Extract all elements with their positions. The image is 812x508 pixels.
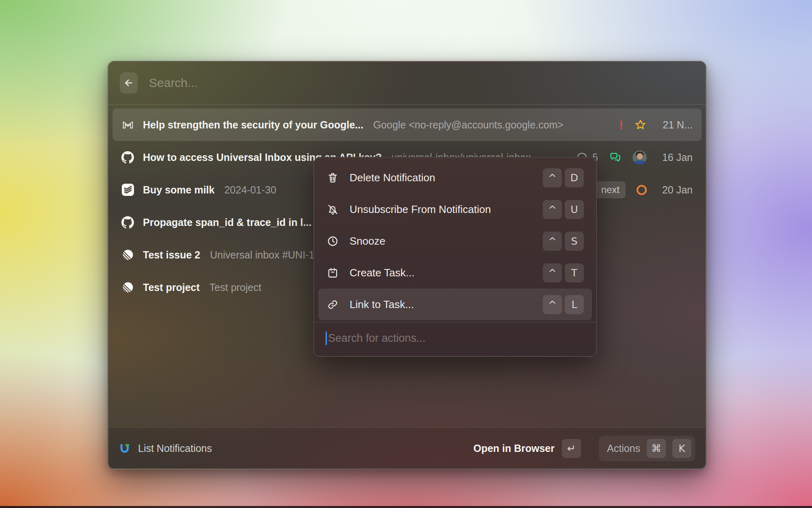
item-subtitle: Google <no-reply@accounts.google.com>	[373, 119, 564, 131]
link-icon	[326, 298, 339, 311]
item-accessories: ! 21 N...	[619, 118, 693, 132]
actions-button[interactable]: Actions ⌘ K	[599, 436, 695, 461]
letter-keycap: D	[565, 168, 584, 187]
letter-keycap: L	[565, 295, 584, 314]
github-icon	[121, 216, 134, 229]
letter-keycap: U	[565, 200, 584, 219]
item-subtitle: 2024-01-30	[224, 184, 276, 196]
ctrl-keycap: ^	[543, 200, 562, 219]
avatar	[633, 150, 647, 165]
desktop-wallpaper: { "window": { "search_placeholder": "Sea…	[0, 0, 812, 508]
k-keycap: K	[672, 439, 691, 458]
text-cursor	[326, 332, 327, 345]
menu-item-link-to-task[interactable]: Link to Task... ^ L	[318, 289, 592, 320]
primary-action-button[interactable]: Open in Browser	[473, 443, 555, 454]
menu-item-shortcut: ^ T	[543, 263, 584, 282]
actions-search-input[interactable]: Search for actions...	[314, 322, 596, 354]
cmd-keycap: ⌘	[647, 439, 666, 458]
item-title: Help strengthen the security of your Goo…	[143, 119, 363, 131]
return-keycap: ↵	[562, 439, 581, 458]
menu-item-label: Snooze	[350, 235, 385, 247]
item-date: 16 Jan	[658, 152, 693, 163]
mode-label: List Notifications	[138, 443, 212, 454]
letter-keycap: S	[565, 232, 584, 251]
arrow-left-icon	[123, 78, 134, 88]
gmail-icon	[121, 119, 134, 131]
menu-item-unsubscribe[interactable]: Unsubscribe From Notification ^ U	[318, 193, 592, 225]
item-date: 20 Jan	[658, 184, 693, 196]
item-title: Propagate span_id & trace_id in l...	[143, 217, 311, 228]
footer-actions: Open in Browser ↵ Actions ⌘ K	[473, 436, 695, 461]
menu-item-shortcut: ^ D	[543, 168, 584, 187]
linear-icon	[121, 281, 134, 294]
important-icon: !	[619, 118, 623, 132]
menu-item-snooze[interactable]: Snooze ^ S	[318, 225, 592, 257]
universal-inbox-logo-icon	[119, 443, 130, 454]
search-input[interactable]	[149, 76, 694, 90]
list-item-gmail-security[interactable]: Help strengthen the security of your Goo…	[112, 109, 702, 141]
letter-keycap: T	[565, 263, 584, 282]
bell-slash-icon	[326, 203, 339, 216]
menu-item-shortcut: ^ L	[543, 295, 584, 314]
item-title: Buy some milk	[143, 184, 214, 196]
item-date: 21 N...	[658, 119, 693, 131]
item-title: Test issue 2	[143, 249, 200, 261]
menu-item-label: Delete Notification	[350, 172, 435, 184]
status-bar: List Notifications Open in Browser ↵ Act…	[108, 427, 706, 469]
ctrl-keycap: ^	[543, 263, 562, 282]
back-button[interactable]	[120, 72, 138, 93]
item-subtitle: Test project	[209, 282, 261, 293]
chat-bubbles-icon	[609, 151, 622, 164]
ctrl-keycap: ^	[543, 295, 562, 314]
menu-item-delete-notification[interactable]: Delete Notification ^ D	[318, 162, 592, 193]
menu-item-shortcut: ^ S	[543, 232, 584, 251]
linear-icon	[121, 249, 134, 261]
actions-menu: Delete Notification ^ D Unsubscribe From…	[313, 157, 597, 357]
item-subtitle: Universal inbox #UNI-12	[210, 249, 320, 261]
menu-item-create-task[interactable]: Create Task... ^ T	[318, 257, 592, 289]
item-accessories: next 20 Jan	[595, 181, 693, 198]
actions-label: Actions	[607, 443, 640, 454]
menu-item-shortcut: ^ U	[543, 200, 584, 219]
calendar-icon	[326, 267, 339, 279]
ctrl-keycap: ^	[543, 168, 562, 187]
todoist-icon	[121, 184, 134, 196]
item-title: Test project	[143, 282, 200, 293]
actions-search-placeholder: Search for actions...	[328, 332, 425, 345]
search-header	[108, 62, 706, 105]
trash-icon	[326, 172, 339, 184]
menu-item-label: Unsubscribe From Notification	[350, 203, 491, 216]
label-tag: next	[595, 181, 626, 198]
github-icon	[121, 151, 134, 164]
ctrl-keycap: ^	[543, 232, 562, 251]
priority-circle-icon	[637, 185, 647, 195]
star-icon	[634, 119, 647, 131]
menu-item-label: Create Task...	[350, 267, 415, 279]
menu-item-label: Link to Task...	[350, 298, 414, 311]
clock-icon	[326, 235, 339, 247]
